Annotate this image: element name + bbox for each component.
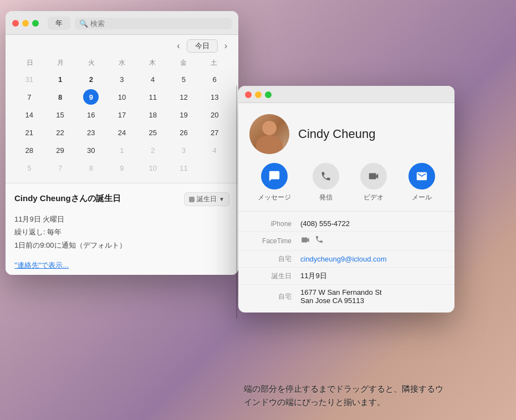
mail-button[interactable]: メール	[408, 163, 435, 202]
calendar-day[interactable]: 26	[176, 125, 191, 140]
badge-chevron: ▼	[219, 196, 224, 202]
iphone-value[interactable]: (408) 555-4722	[300, 219, 446, 228]
facetime-label: FaceTime	[247, 237, 292, 245]
calendar-day[interactable]: 30	[83, 142, 99, 158]
calendar-day[interactable]: 27	[207, 125, 222, 140]
contact-link[interactable]: "連絡先"で表示...	[14, 260, 229, 270]
weekday-wed: 水	[106, 57, 137, 69]
calendar-day[interactable]: 3	[114, 71, 130, 87]
iphone-label: iPhone	[247, 220, 292, 228]
video-label: ビデオ	[364, 193, 384, 202]
address-label: 自宅	[247, 292, 292, 301]
badge-label: 誕生日	[197, 194, 217, 204]
event-title: Cindy Cheungさんの誕生日	[14, 192, 121, 204]
calendar-day[interactable]: 25	[145, 125, 161, 140]
calendar-day[interactable]: 15	[53, 107, 68, 122]
weekday-sat: 土	[199, 57, 229, 69]
caption-text: 端の部分を停止するまでドラッグすると、隣接するウインドウの端にぴったりと揃います…	[244, 382, 443, 409]
calendar-day[interactable]: 16	[83, 107, 99, 122]
calendar-day[interactable]: 2	[145, 142, 161, 158]
calendar-day[interactable]: 5	[176, 71, 191, 87]
event-recurrence: 繰り返し: 毎年	[14, 226, 229, 238]
next-month-button[interactable]: ›	[222, 40, 229, 52]
calendar-day[interactable]: 8	[53, 89, 68, 105]
prev-month-button[interactable]: ‹	[175, 40, 182, 52]
calendar-day[interactable]: 19	[176, 107, 191, 122]
event-calendar-badge[interactable]: 誕生日 ▼	[184, 192, 229, 206]
calendar-day[interactable]: 11	[145, 89, 161, 105]
calendar-day[interactable]: 10	[114, 89, 130, 105]
calendar-day[interactable]: 7	[22, 89, 37, 105]
calendar-day[interactable]: 6	[207, 71, 222, 87]
contact-name: Cindy Cheung	[298, 127, 375, 141]
close-button[interactable]	[12, 20, 19, 27]
birthday-label: 誕生日	[247, 272, 292, 281]
calendar-day[interactable]: 4	[207, 142, 222, 158]
today-button[interactable]: 今日	[187, 39, 218, 53]
calendar-day[interactable]: 2	[83, 71, 99, 87]
event-detail: Cindy Cheungさんの誕生日 誕生日 ▼ 11月9日 火曜日 繰り返し:…	[6, 183, 238, 275]
contact-window: Cindy Cheung メッセージ 発信	[238, 86, 454, 313]
window-controls	[12, 20, 39, 27]
badge-color-swatch	[189, 197, 195, 202]
avatar	[249, 114, 289, 154]
email-label: 自宅	[247, 254, 292, 264]
weekday-mon: 月	[45, 57, 75, 69]
window-divider	[236, 86, 237, 319]
event-notification: 1日前の9:00に通知（デフォルト）	[14, 239, 229, 252]
event-info: 11月9日 火曜日 繰り返し: 毎年 1日前の9:00に通知（デフォルト）	[14, 213, 229, 252]
calendar-day[interactable]: 4	[145, 71, 161, 87]
calendar-day[interactable]: 20	[207, 107, 222, 122]
calendar-day[interactable]: 21	[22, 125, 37, 140]
contact-details: iPhone (408) 555-4722 FaceTime 自宅 ci	[238, 212, 454, 313]
message-label: メッセージ	[258, 193, 291, 202]
video-button[interactable]: ビデオ	[360, 163, 387, 202]
calendar-day[interactable]: 10	[145, 160, 161, 176]
calendar-days: 3112345678910111213141516171819202122232…	[14, 71, 229, 176]
calendar-day[interactable]: 5	[22, 160, 37, 176]
calendar-day[interactable]: 22	[53, 125, 68, 140]
calendar-day[interactable]: 8	[83, 160, 99, 176]
call-button[interactable]: 発信	[313, 163, 339, 202]
calendar-day[interactable]: 18	[145, 107, 161, 122]
calendar-day[interactable]: 29	[53, 142, 68, 158]
calendar-day[interactable]: 9	[83, 89, 99, 105]
contact-minimize-button[interactable]	[255, 91, 262, 98]
calendar-day[interactable]: 28	[22, 142, 37, 158]
email-value[interactable]: cindycheung9@icloud.com	[300, 255, 446, 263]
calendar-day[interactable]: 12	[176, 89, 191, 105]
call-icon	[313, 163, 339, 189]
calendar-day[interactable]: 1	[53, 71, 68, 87]
facetime-phone-icon[interactable]	[315, 235, 324, 247]
calendar-day[interactable]: 7	[53, 160, 68, 176]
contact-actions: メッセージ 発信 ビデオ メール	[238, 163, 454, 212]
message-icon	[261, 163, 288, 189]
calendar-day[interactable]: 11	[176, 160, 191, 176]
contact-maximize-button[interactable]	[265, 91, 272, 98]
year-button[interactable]: 年	[48, 17, 70, 30]
iphone-row: iPhone (408) 555-4722	[238, 216, 454, 232]
calendar-day[interactable]: 1	[114, 142, 130, 158]
calendar-nav: ‹ 今日 ›	[6, 35, 238, 55]
email-row: 自宅 cindycheung9@icloud.com	[238, 251, 454, 268]
calendar-day[interactable]: 23	[83, 125, 99, 140]
calendar-day[interactable]: 24	[114, 125, 130, 140]
birthday-value: 11月9日	[300, 271, 446, 281]
calendar-day[interactable]: 31	[22, 71, 37, 87]
contact-titlebar	[238, 86, 454, 103]
calendar-day[interactable]: 17	[114, 107, 130, 122]
calendar-day[interactable]: 3	[176, 142, 191, 158]
message-button[interactable]: メッセージ	[258, 163, 291, 202]
mail-icon	[408, 163, 435, 189]
facetime-video-icon[interactable]	[300, 235, 310, 247]
calendar-day[interactable]: 14	[22, 107, 37, 122]
search-input[interactable]	[90, 19, 227, 28]
maximize-button[interactable]	[32, 20, 39, 27]
facetime-row: FaceTime	[238, 232, 454, 251]
search-bar[interactable]: 🔍	[75, 18, 232, 29]
contact-close-button[interactable]	[245, 91, 252, 98]
minimize-button[interactable]	[22, 20, 29, 27]
avatar-image	[249, 114, 289, 154]
calendar-day[interactable]: 13	[207, 89, 222, 105]
calendar-day[interactable]: 9	[114, 160, 130, 176]
